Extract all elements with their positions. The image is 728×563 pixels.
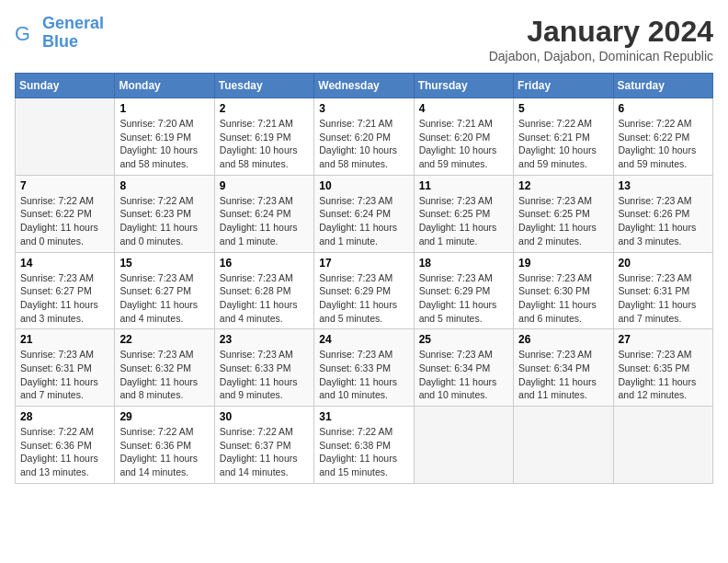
- page-header: G General Blue January 2024 Dajabon, Daj…: [15, 15, 713, 63]
- calendar-week-row: 14Sunrise: 7:23 AMSunset: 6:27 PMDayligh…: [16, 252, 713, 329]
- calendar-week-row: 1Sunrise: 7:20 AMSunset: 6:19 PMDaylight…: [16, 98, 713, 176]
- calendar-table: SundayMondayTuesdayWednesdayThursdayFrid…: [15, 73, 713, 484]
- location-subtitle: Dajabon, Dajabon, Dominican Republic: [489, 49, 713, 63]
- weekday-header-wednesday: Wednesday: [314, 74, 414, 98]
- calendar-cell: 29Sunrise: 7:22 AMSunset: 6:36 PMDayligh…: [115, 407, 214, 484]
- weekday-header-thursday: Thursday: [414, 74, 513, 98]
- calendar-cell: [514, 407, 613, 484]
- day-info: Sunrise: 7:21 AMSunset: 6:20 PMDaylight:…: [319, 117, 408, 171]
- calendar-cell: 8Sunrise: 7:22 AMSunset: 6:23 PMDaylight…: [115, 175, 214, 252]
- day-number: 20: [619, 257, 708, 270]
- calendar-cell: 11Sunrise: 7:23 AMSunset: 6:25 PMDayligh…: [414, 175, 513, 252]
- calendar-cell: 2Sunrise: 7:21 AMSunset: 6:19 PMDaylight…: [214, 98, 313, 176]
- day-info: Sunrise: 7:23 AMSunset: 6:27 PMDaylight:…: [20, 271, 109, 326]
- day-number: 4: [419, 102, 508, 115]
- calendar-cell: 31Sunrise: 7:22 AMSunset: 6:38 PMDayligh…: [314, 407, 414, 484]
- day-info: Sunrise: 7:22 AMSunset: 6:23 PMDaylight:…: [119, 194, 209, 248]
- day-info: Sunrise: 7:23 AMSunset: 6:34 PMDaylight:…: [518, 348, 608, 402]
- day-info: Sunrise: 7:23 AMSunset: 6:24 PMDaylight:…: [220, 194, 309, 248]
- day-number: 7: [20, 179, 109, 192]
- calendar-cell: 19Sunrise: 7:23 AMSunset: 6:30 PMDayligh…: [514, 252, 613, 329]
- day-info: Sunrise: 7:22 AMSunset: 6:22 PMDaylight:…: [20, 194, 109, 248]
- title-block: January 2024 Dajabon, Dajabon, Dominican…: [489, 15, 713, 63]
- day-info: Sunrise: 7:23 AMSunset: 6:33 PMDaylight:…: [220, 348, 309, 402]
- calendar-cell: 7Sunrise: 7:22 AMSunset: 6:22 PMDaylight…: [16, 175, 115, 252]
- day-number: 3: [319, 102, 408, 115]
- day-info: Sunrise: 7:23 AMSunset: 6:27 PMDaylight:…: [119, 271, 209, 326]
- weekday-header-saturday: Saturday: [613, 74, 712, 98]
- day-number: 21: [20, 333, 109, 346]
- calendar-cell: 15Sunrise: 7:23 AMSunset: 6:27 PMDayligh…: [115, 252, 214, 329]
- day-number: 2: [220, 102, 309, 115]
- svg-text:G: G: [15, 22, 30, 45]
- day-number: 31: [319, 410, 408, 423]
- day-number: 12: [518, 179, 608, 192]
- weekday-header-monday: Monday: [115, 74, 214, 98]
- calendar-cell: 23Sunrise: 7:23 AMSunset: 6:33 PMDayligh…: [214, 329, 313, 407]
- day-number: 23: [220, 333, 309, 346]
- day-info: Sunrise: 7:23 AMSunset: 6:29 PMDaylight:…: [419, 271, 508, 326]
- day-info: Sunrise: 7:22 AMSunset: 6:22 PMDaylight:…: [619, 117, 708, 171]
- day-info: Sunrise: 7:23 AMSunset: 6:29 PMDaylight:…: [319, 271, 408, 326]
- calendar-cell: 12Sunrise: 7:23 AMSunset: 6:25 PMDayligh…: [514, 175, 613, 252]
- calendar-cell: 17Sunrise: 7:23 AMSunset: 6:29 PMDayligh…: [314, 252, 414, 329]
- day-number: 18: [419, 257, 508, 270]
- calendar-cell: 10Sunrise: 7:23 AMSunset: 6:24 PMDayligh…: [314, 175, 414, 252]
- day-number: 25: [419, 333, 508, 346]
- weekday-header-sunday: Sunday: [16, 74, 115, 98]
- day-info: Sunrise: 7:21 AMSunset: 6:20 PMDaylight:…: [419, 117, 508, 171]
- day-info: Sunrise: 7:22 AMSunset: 6:36 PMDaylight:…: [119, 425, 209, 479]
- day-info: Sunrise: 7:20 AMSunset: 6:19 PMDaylight:…: [119, 117, 209, 171]
- day-number: 9: [220, 179, 309, 192]
- day-number: 10: [319, 179, 408, 192]
- calendar-body: 1Sunrise: 7:20 AMSunset: 6:19 PMDaylight…: [16, 98, 713, 484]
- day-number: 24: [319, 333, 408, 346]
- calendar-cell: 6Sunrise: 7:22 AMSunset: 6:22 PMDaylight…: [613, 98, 712, 176]
- calendar-cell: [414, 407, 513, 484]
- calendar-cell: 9Sunrise: 7:23 AMSunset: 6:24 PMDaylight…: [214, 175, 313, 252]
- calendar-cell: 22Sunrise: 7:23 AMSunset: 6:32 PMDayligh…: [115, 329, 214, 407]
- calendar-cell: [613, 407, 712, 484]
- day-number: 30: [220, 410, 309, 423]
- day-number: 27: [619, 333, 708, 346]
- day-number: 1: [119, 102, 209, 115]
- day-number: 19: [518, 257, 608, 270]
- calendar-cell: 25Sunrise: 7:23 AMSunset: 6:34 PMDayligh…: [414, 329, 513, 407]
- day-number: 8: [119, 179, 209, 192]
- day-number: 16: [220, 257, 309, 270]
- calendar-cell: [16, 98, 115, 176]
- day-number: 14: [20, 257, 109, 270]
- calendar-cell: 20Sunrise: 7:23 AMSunset: 6:31 PMDayligh…: [613, 252, 712, 329]
- day-number: 22: [119, 333, 209, 346]
- calendar-week-row: 28Sunrise: 7:22 AMSunset: 6:36 PMDayligh…: [16, 407, 713, 484]
- day-info: Sunrise: 7:22 AMSunset: 6:37 PMDaylight:…: [220, 425, 309, 479]
- day-info: Sunrise: 7:23 AMSunset: 6:33 PMDaylight:…: [319, 348, 408, 402]
- calendar-cell: 3Sunrise: 7:21 AMSunset: 6:20 PMDaylight…: [314, 98, 414, 176]
- weekday-header-tuesday: Tuesday: [214, 74, 313, 98]
- day-number: 15: [119, 257, 209, 270]
- day-info: Sunrise: 7:23 AMSunset: 6:31 PMDaylight:…: [20, 348, 109, 402]
- day-number: 29: [119, 410, 209, 423]
- day-info: Sunrise: 7:22 AMSunset: 6:36 PMDaylight:…: [20, 425, 109, 479]
- month-year-title: January 2024: [489, 15, 713, 49]
- calendar-cell: 5Sunrise: 7:22 AMSunset: 6:21 PMDaylight…: [514, 98, 613, 176]
- calendar-cell: 13Sunrise: 7:23 AMSunset: 6:26 PMDayligh…: [613, 175, 712, 252]
- calendar-cell: 1Sunrise: 7:20 AMSunset: 6:19 PMDaylight…: [115, 98, 214, 176]
- day-info: Sunrise: 7:23 AMSunset: 6:32 PMDaylight:…: [119, 348, 209, 402]
- day-info: Sunrise: 7:23 AMSunset: 6:24 PMDaylight:…: [319, 194, 408, 248]
- day-number: 28: [20, 410, 109, 423]
- calendar-cell: 18Sunrise: 7:23 AMSunset: 6:29 PMDayligh…: [414, 252, 513, 329]
- day-number: 13: [619, 179, 708, 192]
- day-info: Sunrise: 7:23 AMSunset: 6:34 PMDaylight:…: [419, 348, 508, 402]
- logo-icon: G: [15, 20, 40, 46]
- calendar-cell: 24Sunrise: 7:23 AMSunset: 6:33 PMDayligh…: [314, 329, 414, 407]
- calendar-week-row: 21Sunrise: 7:23 AMSunset: 6:31 PMDayligh…: [16, 329, 713, 407]
- calendar-cell: 27Sunrise: 7:23 AMSunset: 6:35 PMDayligh…: [613, 329, 712, 407]
- day-info: Sunrise: 7:23 AMSunset: 6:25 PMDaylight:…: [419, 194, 508, 248]
- calendar-cell: 4Sunrise: 7:21 AMSunset: 6:20 PMDaylight…: [414, 98, 513, 176]
- day-number: 5: [518, 102, 608, 115]
- logo-text: General Blue: [42, 15, 104, 52]
- day-info: Sunrise: 7:23 AMSunset: 6:30 PMDaylight:…: [518, 271, 608, 326]
- day-info: Sunrise: 7:23 AMSunset: 6:25 PMDaylight:…: [518, 194, 608, 248]
- calendar-cell: 21Sunrise: 7:23 AMSunset: 6:31 PMDayligh…: [16, 329, 115, 407]
